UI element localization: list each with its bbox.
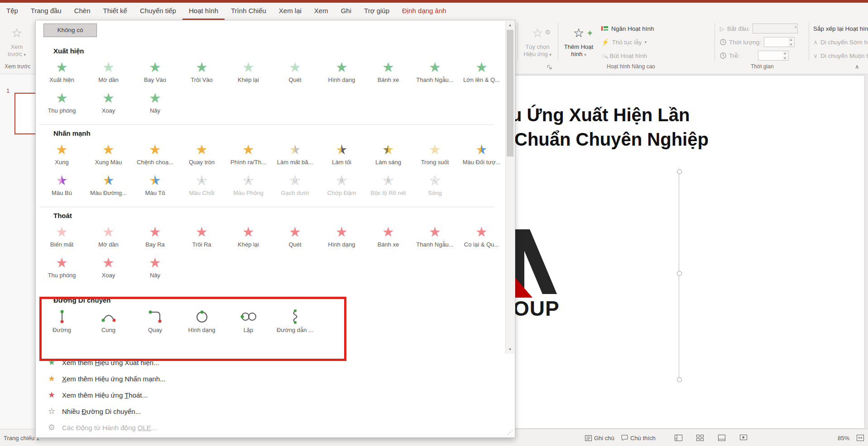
gallery-item[interactable]: ★Thu phóng (38, 254, 85, 283)
selection-handle-middle-right[interactable] (677, 271, 682, 276)
scroll-up-icon[interactable]: ▲ (506, 21, 514, 29)
gallery-item[interactable]: ★Làm sáng (365, 141, 412, 170)
menu-item[interactable]: Xem (308, 3, 335, 20)
gallery-item[interactable]: ★Lớn lên & Q... (458, 58, 505, 87)
gallery-item[interactable]: Quay (132, 308, 178, 337)
gallery-item[interactable]: ★Thu phóng (38, 89, 85, 118)
gallery-item[interactable]: ★Khép lại (225, 223, 272, 252)
gallery-item[interactable]: ★Quét (272, 58, 318, 87)
gallery-item[interactable]: Cung (85, 308, 132, 337)
fit-to-window-button[interactable] (857, 429, 864, 446)
gallery-item[interactable]: ★Bánh xe (365, 223, 412, 252)
gallery-item-label: Quét (272, 241, 318, 248)
gallery-item[interactable]: ★Quét (272, 223, 318, 252)
view-normal-button[interactable] (675, 429, 682, 446)
collapse-ribbon-icon[interactable]: ∧ (855, 63, 859, 70)
menu-item[interactable]: Xem lại (273, 3, 308, 20)
gallery-item: ☆BBộc lộ Rõ nét (365, 171, 412, 200)
resize-grip-icon[interactable]: ⋰ (507, 429, 513, 436)
menu-item[interactable]: Chuyển tiếp (134, 3, 182, 20)
gallery-more-link[interactable]: ★Xem thêm Hiệu ứng Nhấn mạnh... (47, 374, 166, 383)
gallery-item[interactable]: ★Mờ dần (85, 58, 132, 87)
comments-button[interactable]: Chú thích (621, 429, 656, 446)
gallery-item[interactable]: Đường (38, 308, 85, 337)
slide-title-line2[interactable]: Chuẩn Chuyên Nghiệp (514, 129, 709, 150)
gallery-item-label: Co lại & Qu... (458, 241, 505, 248)
gallery-more-link[interactable]: ★Xem thêm Hiệu ứng Xuất hiện... (47, 358, 166, 367)
animation-pane-button[interactable]: Ngăn Hoạt hình (601, 24, 654, 33)
gallery-item[interactable]: ★Hình dạng (318, 58, 365, 87)
gallery-item[interactable]: ★Làm mất bã... (272, 141, 318, 170)
gallery-item[interactable]: ★Xoay (85, 254, 132, 283)
gallery-item[interactable]: ★Làm tối (318, 141, 365, 170)
slide-title-line1[interactable]: u Ứng Xuất Hiện Lần (511, 105, 690, 125)
gallery-item[interactable]: ★Biến mất (38, 223, 85, 252)
add-animation-button[interactable]: ☆+ Thêm Hoạt hình ▾ (561, 23, 597, 58)
preview-button[interactable]: ☆ Xem trước ▾ (3, 23, 31, 58)
menu-item[interactable]: Trợ giúp (358, 3, 396, 20)
gallery-item[interactable]: Hình dạng (178, 308, 225, 337)
gallery-item[interactable]: ★Nảy (132, 254, 178, 283)
animation-painter-icon: ☆✎ (601, 52, 607, 59)
gallery-item: ☆AMàu Chổi (178, 171, 225, 200)
gallery-item[interactable]: ★Xoay (85, 89, 132, 118)
gallery-more-link[interactable]: ☆Nhiều Đường Di chuyển... (47, 407, 166, 416)
move-later-button[interactable]: ∨ Di chuyển Muộn hơn (813, 51, 868, 60)
gallery-item[interactable]: ★Phình ra/Th... (225, 141, 272, 170)
gallery-item-label: Thanh Ngẫu... (412, 76, 458, 84)
gallery-item[interactable]: ★Co lại & Qu... (458, 223, 505, 252)
notes-button[interactable]: Ghi chú (585, 429, 614, 446)
menu-item[interactable]: Chèn (68, 3, 97, 20)
gallery-item[interactable]: ★Màu Đối tượ... (458, 141, 505, 170)
start-combobox[interactable]: ▾ (753, 24, 798, 33)
slide-thumbnail[interactable] (14, 93, 37, 134)
menu-item[interactable]: Trang đầu (24, 3, 68, 20)
gallery-more-link[interactable]: ★Xem thêm Hiệu ứng Thoát... (47, 390, 166, 399)
gallery-item[interactable]: ★Màu Đường... (85, 171, 132, 200)
effect-options-button[interactable]: ☆⚙ Tùy chọn Hiệu ứng ▾ (521, 23, 554, 58)
gallery-item[interactable]: ★Trôi Vào (178, 58, 225, 87)
view-reading-button[interactable] (718, 429, 725, 446)
menu-item[interactable]: Ghi (335, 3, 358, 20)
selection-handle-bottom-right[interactable] (677, 377, 682, 382)
move-earlier-button[interactable]: ∧ Di chuyển Sớm hơn (813, 38, 868, 47)
menu-item[interactable]: Định dạng ảnh (396, 3, 453, 20)
gallery-item[interactable]: ★Màu Tô (132, 171, 178, 200)
menu-item[interactable]: Trình Chiếu (225, 3, 273, 20)
gallery-item[interactable]: ★Thanh Ngẫu... (412, 58, 458, 87)
gallery-item[interactable]: ★Xuất hiện (38, 58, 85, 87)
gallery-item[interactable]: ★Chệnh choạ... (132, 141, 178, 170)
gallery-item[interactable]: ★Nảy (132, 89, 178, 118)
view-sorter-button[interactable] (696, 429, 704, 446)
gallery-item[interactable]: ★Bay Vào (132, 58, 178, 87)
gallery-item[interactable]: ★Bánh xe (365, 58, 412, 87)
gallery-item[interactable]: ★Quay tròn (178, 141, 225, 170)
scrollbar-thumb[interactable] (507, 30, 513, 157)
gallery-item[interactable]: ★Trôi Ra (178, 223, 225, 252)
gallery-item[interactable]: ★Xung (38, 141, 85, 170)
gallery-item[interactable]: ★Thanh Ngẫu... (412, 223, 458, 252)
delay-spinner[interactable]: ▲▼ (758, 51, 789, 61)
gallery-item[interactable]: ★Màu Bù (38, 171, 85, 200)
gallery-item[interactable]: ★Trong suốt (412, 141, 458, 170)
star-letter-glyph: B (365, 178, 412, 183)
gallery-scrollbar[interactable]: ▲ ▼ (505, 21, 514, 354)
animation-painter-button[interactable]: ☆✎ Bút Hoạt hình (601, 51, 647, 60)
duration-spinner[interactable]: ▲▼ (764, 37, 795, 47)
gallery-item[interactable]: ★Hình dạng (318, 223, 365, 252)
dialog-launcher-icon[interactable] (547, 65, 552, 70)
gallery-item[interactable]: ★Xung Màu (85, 141, 132, 170)
scroll-down-icon[interactable]: ▼ (506, 345, 514, 354)
gallery-item[interactable]: ★Mờ dần (85, 223, 132, 252)
gallery-item[interactable]: ★Khép lại (225, 58, 272, 87)
selection-handle-top-right[interactable] (677, 169, 682, 174)
gallery-item[interactable]: Lặp (225, 308, 272, 337)
gallery-item[interactable]: ★Bay Ra (132, 223, 178, 252)
menu-item[interactable]: Hoạt hình (182, 3, 225, 20)
gallery-item[interactable]: Đường dẫn ... (272, 308, 318, 337)
trigger-button[interactable]: ⚡ Thủ tục lẫy ▾ (601, 38, 647, 47)
zoom-level[interactable]: 85% (838, 429, 849, 446)
view-slideshow-button[interactable] (740, 429, 747, 446)
menu-item[interactable]: Thiết kế (97, 3, 134, 20)
menu-item[interactable]: Tệp (0, 3, 24, 20)
